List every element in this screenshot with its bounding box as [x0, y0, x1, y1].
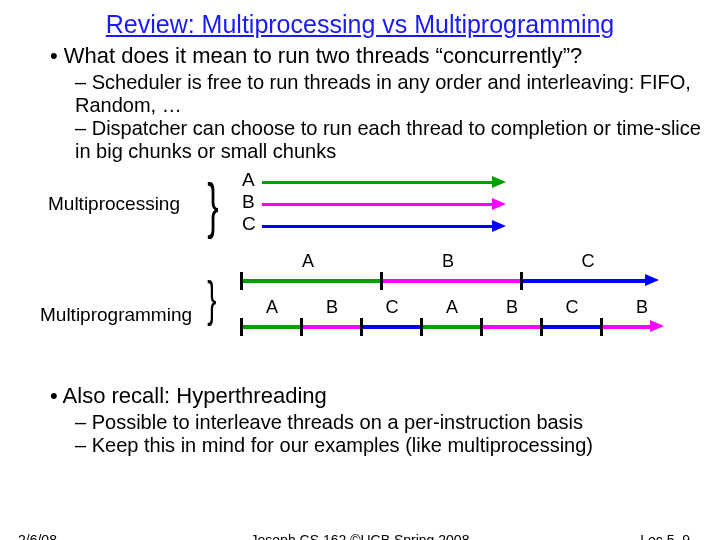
- bullet-hyperthreading: Also recall: Hyperthreading: [50, 383, 695, 409]
- arrow-a: [492, 176, 506, 188]
- r2-tick-2: [360, 318, 363, 336]
- r2-seg-1: [300, 325, 360, 329]
- r2-seg-3: [420, 325, 480, 329]
- bullet-list-top: What does it mean to run two threads “co…: [0, 43, 720, 69]
- sub-bullets-bottom: Possible to interleave threads on a per-…: [0, 411, 720, 457]
- bullet-concurrently: What does it mean to run two threads “co…: [50, 43, 695, 69]
- bullet-list-bottom: Also recall: Hyperthreading: [0, 383, 720, 409]
- r1-seg-c: [520, 279, 645, 283]
- sub-keep-in-mind: Keep this in mind for our examples (like…: [75, 434, 720, 457]
- slide-title: Review: Multiprocessing vs Multiprogramm…: [0, 0, 720, 39]
- r2-tick-4: [480, 318, 483, 336]
- row-label-c: C: [242, 213, 262, 235]
- r2-tick-6: [600, 318, 603, 336]
- r1-arrow: [645, 274, 659, 286]
- r1-label-c: C: [578, 251, 598, 272]
- r2-label-0: A: [262, 297, 282, 318]
- sub-interleave: Possible to interleave threads on a per-…: [75, 411, 720, 434]
- track-b: [262, 203, 492, 206]
- r2-seg-4: [480, 325, 540, 329]
- r1-label-b: B: [438, 251, 458, 272]
- r1-seg-a: [240, 279, 380, 283]
- r2-seg-5: [540, 325, 600, 329]
- r2-label-5: C: [562, 297, 582, 318]
- r1-tick-0: [240, 272, 243, 290]
- footer-lecture: Lec 5. 9: [640, 532, 690, 540]
- row-label-a: A: [242, 169, 262, 191]
- r2-seg-0: [240, 325, 300, 329]
- r2-label-1: B: [322, 297, 342, 318]
- footer-center: Joseph CS 162 ©UCB Spring 2008: [0, 532, 720, 540]
- r2-label-2: C: [382, 297, 402, 318]
- row-label-b: B: [242, 191, 262, 213]
- sub-dispatcher: Dispatcher can choose to run each thread…: [75, 117, 720, 163]
- sub-bullets-top: Scheduler is free to run threads in any …: [0, 71, 720, 163]
- r2-label-4: B: [502, 297, 522, 318]
- r2-label-3: A: [442, 297, 462, 318]
- label-multiprogramming: Multiprogramming: [40, 304, 192, 326]
- r2-label-6: B: [632, 297, 652, 318]
- r1-tick-2: [520, 272, 523, 290]
- r1-tick-1: [380, 272, 383, 290]
- label-multiprocessing: Multiprocessing: [48, 193, 180, 215]
- sub-scheduler: Scheduler is free to run threads in any …: [75, 71, 720, 117]
- r2-tick-3: [420, 318, 423, 336]
- r2-tick-0: [240, 318, 243, 336]
- r2-arrow: [650, 320, 664, 332]
- r2-tick-1: [300, 318, 303, 336]
- r2-seg-6: [600, 325, 650, 329]
- r2-seg-2: [360, 325, 420, 329]
- r2-tick-5: [540, 318, 543, 336]
- arrow-b: [492, 198, 506, 210]
- track-a: [262, 181, 492, 184]
- arrow-c: [492, 220, 506, 232]
- scheduling-diagram: Multiprocessing } A B C Multiprogramming…: [0, 169, 720, 379]
- r1-label-a: A: [298, 251, 318, 272]
- track-c: [262, 225, 492, 228]
- r1-seg-b: [380, 279, 520, 283]
